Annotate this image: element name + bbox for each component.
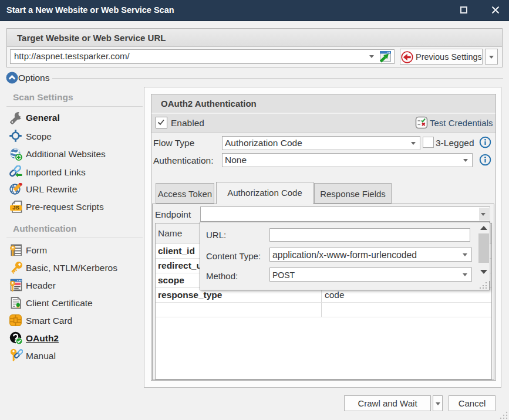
- svg-text:JS: JS: [12, 204, 19, 211]
